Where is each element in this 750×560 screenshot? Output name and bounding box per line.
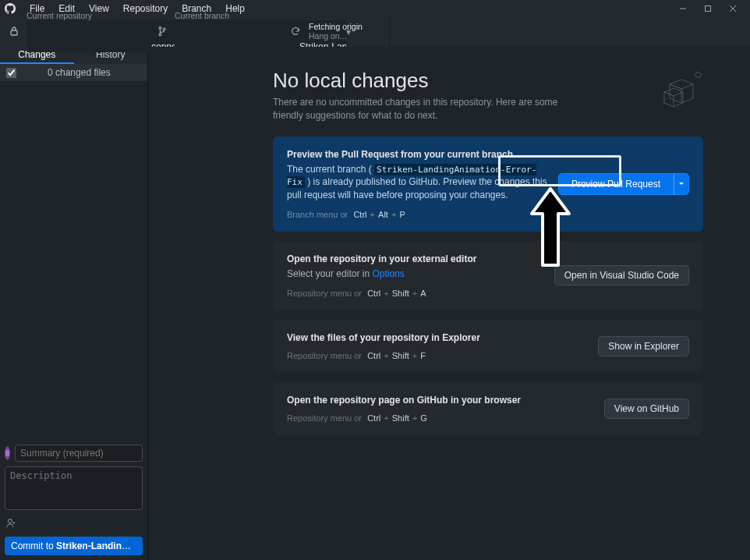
open-editor-button[interactable]: Open in Visual Studio Code [554, 265, 689, 285]
show-explorer-button[interactable]: Show in Explorer [598, 336, 689, 356]
svg-rect-1 [706, 6, 711, 12]
card-github: Open the repository page on GitHub in yo… [273, 382, 703, 435]
close-button[interactable] [720, 0, 745, 17]
view-github-button[interactable]: View on GitHub [604, 399, 689, 419]
coauthor-button[interactable] [5, 517, 143, 529]
card-title: Open the repository in your external edi… [287, 253, 543, 264]
sidebar: Changes History 0 changed files Commit t… [0, 47, 148, 560]
card-preview-pr: Preview the Pull Request from your curre… [273, 136, 703, 232]
card-external-editor: Open the repository in your external edi… [273, 241, 703, 310]
svg-point-7 [163, 27, 165, 30]
sync-icon [290, 26, 301, 39]
commit-form: Commit to Striken-LandingAnimati... [0, 440, 147, 560]
minimize-button[interactable] [670, 0, 695, 17]
select-all-checkbox[interactable] [6, 68, 16, 78]
fetch-origin-button[interactable]: Fetching origin Hang on... [281, 17, 390, 47]
maximize-button[interactable] [695, 0, 720, 17]
card-desc: Select your editor in Options [287, 268, 543, 281]
svg-rect-4 [11, 30, 17, 35]
preview-pr-dropdown[interactable] [674, 173, 689, 195]
summary-input[interactable] [15, 445, 143, 462]
card-hint: Branch menu or Ctrl + Alt + P [287, 210, 547, 219]
branch-icon [157, 26, 167, 39]
svg-point-5 [159, 27, 161, 29]
card-desc: The current branch ( Striken-LandingAnim… [287, 163, 547, 202]
commit-button[interactable]: Commit to Striken-LandingAnimati... [5, 537, 143, 555]
changed-count-label: 0 changed files [48, 67, 111, 78]
card-title: View the files of your repository in Exp… [287, 332, 587, 343]
current-repo-selector[interactable]: Current repository connect-ed-foraging ▾ [0, 17, 148, 47]
card-title: Open the repository page on GitHub in yo… [287, 395, 593, 406]
page-title: No local changes [273, 69, 585, 93]
card-explorer: View the files of your repository in Exp… [273, 320, 703, 373]
page-subtitle: There are no uncommitted changes in this… [273, 96, 585, 122]
main-panel: No local changes There are no uncommitte… [148, 47, 750, 560]
current-branch-selector[interactable]: Current branch Striken-LandingAnimation.… [148, 17, 281, 47]
changed-files-bar: 0 changed files [0, 64, 147, 81]
description-input[interactable] [5, 466, 143, 510]
card-title: Preview the Pull Request from your curre… [287, 149, 547, 160]
options-link[interactable]: Options [372, 268, 404, 279]
github-icon [5, 3, 16, 14]
svg-point-6 [159, 33, 161, 35]
toolbar: Current repository connect-ed-foraging ▾… [0, 17, 750, 47]
card-hint: Repository menu or Ctrl + Shift + F [287, 351, 587, 360]
card-hint: Repository menu or Ctrl + Shift + A [287, 289, 543, 298]
card-hint: Repository menu or Ctrl + Shift + G [287, 413, 593, 423]
preview-pr-button[interactable]: Preview Pull Request [558, 173, 674, 195]
lock-icon [9, 26, 19, 39]
svg-point-8 [8, 519, 12, 523]
fetch-status: Hang on... [309, 32, 363, 41]
window-controls [670, 0, 745, 17]
avatar [5, 446, 10, 460]
